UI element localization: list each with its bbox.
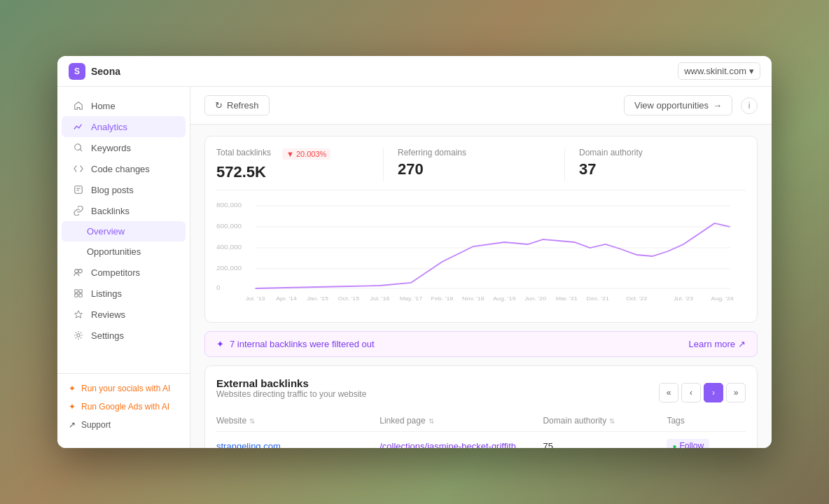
sidebar-label-backlinks: Backlinks: [91, 206, 130, 216]
svg-text:800,000: 800,000: [216, 201, 242, 208]
svg-rect-10: [79, 294, 82, 297]
header-right: View opportunities → i: [624, 95, 758, 115]
svg-text:Jan. '15: Jan. '15: [307, 295, 328, 301]
refresh-label: Refresh: [227, 100, 259, 111]
total-backlinks-label: Total backlinks: [216, 148, 271, 158]
svg-text:May. '17: May. '17: [400, 295, 423, 301]
promo-label-socials: Run your socials with AI: [81, 384, 170, 393]
arrow-right-icon: →: [713, 100, 722, 111]
col-domain-auth-label: Domain authority: [543, 416, 606, 426]
svg-text:600,000: 600,000: [216, 222, 242, 229]
pagination-first[interactable]: «: [659, 383, 678, 402]
svg-text:400,000: 400,000: [216, 243, 242, 250]
external-backlinks-section: External backlinks Websites directing tr…: [204, 365, 758, 448]
stats-card: Total backlinks ▼ 20.003% 572.5K Referri…: [204, 136, 758, 323]
analytics-icon: [73, 121, 84, 132]
sidebar-item-settings[interactable]: Settings: [62, 325, 186, 346]
sidebar-item-opportunities[interactable]: Opportunities: [62, 241, 186, 262]
sort-icon-website[interactable]: ⇅: [249, 417, 255, 425]
sidebar-bottom: ✦ Run your socials with AI ✦ Run Google …: [57, 373, 190, 440]
svg-text:Nov. '18: Nov. '18: [462, 295, 485, 301]
section-title: External backlinks: [216, 377, 366, 389]
col-header-website: Website ⇅: [216, 416, 374, 426]
svg-text:Feb. '18: Feb. '18: [431, 295, 454, 301]
domain-selector[interactable]: www.skinit.com ▾: [678, 62, 760, 80]
sidebar-label-settings: Settings: [91, 330, 124, 341]
sidebar-item-overview[interactable]: Overview: [62, 221, 186, 241]
sidebar-item-home[interactable]: Home: [62, 95, 186, 116]
sidebar-item-listings[interactable]: Listings: [62, 283, 186, 304]
sidebar-label-overview: Overview: [87, 226, 125, 237]
view-opportunities-button[interactable]: View opportunities →: [624, 95, 732, 115]
sidebar-item-blog-posts[interactable]: Blog posts: [62, 179, 186, 200]
pagination-prev[interactable]: ‹: [681, 383, 701, 402]
chevron-down-icon: ▾: [749, 66, 754, 76]
svg-marker-11: [75, 311, 83, 318]
svg-point-12: [77, 334, 80, 337]
sidebar-label-opportunities: Opportunities: [87, 246, 141, 257]
brand-name: Seona: [91, 66, 120, 77]
external-link-icon: ↗: [69, 420, 76, 430]
domain-value: www.skinit.com: [684, 66, 746, 76]
refresh-icon: ↻: [215, 100, 223, 111]
refresh-button[interactable]: ↻ Refresh: [204, 95, 270, 115]
linked-page-link[interactable]: /collections/jasmine-becket-griffith: [379, 441, 516, 449]
referring-domains-value: 270: [398, 160, 550, 178]
svg-text:Jul. '23: Jul. '23: [674, 295, 693, 301]
support-link[interactable]: ↗ Support: [57, 416, 190, 434]
row-linked-page: /collections/jasmine-becket-griffith: [379, 441, 537, 449]
svg-point-5: [75, 270, 78, 273]
pagination-next[interactable]: ›: [704, 383, 723, 402]
sidebar-item-code-changes[interactable]: Code changes: [62, 158, 186, 179]
sort-icon-domain-auth[interactable]: ⇅: [609, 417, 615, 425]
row-website: strangeling.com: [216, 441, 374, 449]
settings-icon: [73, 330, 84, 341]
filter-notice: ✦ 7 internal backlinks were filtered out…: [204, 331, 758, 357]
svg-text:Oct. '15: Oct. '15: [338, 295, 360, 301]
table-header: Website ⇅ Linked page ⇅ Domain authority…: [216, 410, 746, 432]
row-tag: ● Follow: [667, 439, 746, 448]
code-icon: [73, 163, 84, 174]
promo-ads[interactable]: ✦ Run Google Ads with AI: [57, 398, 190, 416]
svg-line-1: [80, 149, 82, 151]
content-header: ↻ Refresh View opportunities → i: [190, 87, 772, 125]
main-content: Home Analytics Keywords Code changes: [57, 87, 772, 448]
learn-more-link[interactable]: Learn more ↗: [689, 339, 746, 349]
referring-domains-label: Referring domains: [398, 148, 550, 158]
sort-icon-linked-page[interactable]: ⇅: [429, 417, 434, 425]
follow-label: Follow: [679, 441, 704, 448]
stat-domain-authority: Domain authority 37: [564, 148, 746, 181]
blog-icon: [73, 184, 84, 195]
col-header-linked-page: Linked page ⇅: [379, 416, 537, 426]
svg-text:Apr. '14: Apr. '14: [276, 295, 297, 301]
sidebar-item-keywords[interactable]: Keywords: [62, 137, 186, 158]
sidebar-label-reviews: Reviews: [91, 309, 125, 320]
promo-label-ads: Run Google Ads with AI: [81, 402, 169, 412]
svg-rect-2: [75, 186, 83, 194]
sidebar-item-competitors[interactable]: Competitors: [62, 262, 186, 283]
stat-referring-domains: Referring domains 270: [383, 148, 564, 181]
backlinks-chart: 800,000 600,000 400,000 200,000 0: [216, 199, 746, 311]
follow-dot: ●: [672, 442, 676, 449]
svg-text:Jul. '16: Jul. '16: [370, 295, 390, 301]
pagination-last[interactable]: »: [726, 383, 746, 402]
content-body: Total backlinks ▼ 20.003% 572.5K Referri…: [190, 125, 772, 448]
sidebar-item-reviews[interactable]: Reviews: [62, 304, 186, 325]
backlinks-change-badge: ▼ 20.003%: [282, 148, 330, 160]
filter-icon: ✦: [216, 339, 224, 349]
col-tags-label: Tags: [667, 416, 684, 426]
info-icon[interactable]: i: [741, 97, 758, 114]
website-link[interactable]: strangeling.com: [216, 441, 281, 449]
promo-icon-socials: ✦: [69, 384, 76, 393]
col-header-domain-authority: Domain authority ⇅: [543, 416, 661, 426]
sidebar-label-blog: Blog posts: [91, 185, 134, 195]
domain-authority-value: 37: [579, 160, 732, 178]
svg-point-6: [78, 270, 82, 273]
promo-socials[interactable]: ✦ Run your socials with AI: [57, 379, 190, 398]
down-arrow-icon: ▼: [286, 150, 294, 158]
svg-rect-9: [75, 294, 78, 297]
sidebar-label-home: Home: [91, 101, 116, 111]
sidebar-item-analytics[interactable]: Analytics: [62, 116, 186, 137]
sidebar-label-competitors: Competitors: [91, 267, 140, 278]
sidebar-item-backlinks[interactable]: Backlinks: [62, 200, 186, 221]
